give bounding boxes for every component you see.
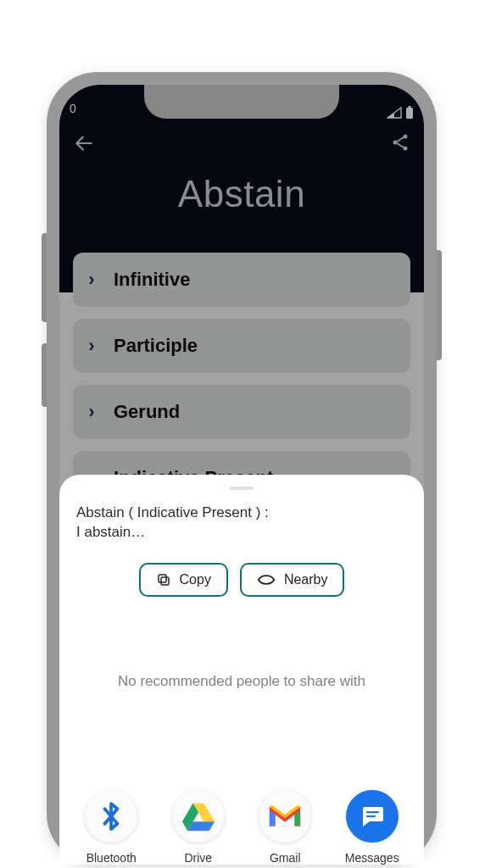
share-target-label: Bluetooth: [86, 851, 137, 865]
share-target-label: Gmail: [270, 851, 301, 865]
sheet-handle[interactable]: [230, 487, 254, 490]
share-preview-title: Abstain ( Indicative Present ) :: [76, 504, 407, 523]
drive-icon: [181, 801, 215, 832]
svg-rect-11: [366, 815, 376, 817]
notch: [144, 85, 339, 119]
nearby-label: Nearby: [284, 572, 328, 587]
screen: 0 Abstain ›: [59, 85, 424, 865]
phone-side-button: [42, 343, 47, 407]
copy-button[interactable]: Copy: [139, 563, 228, 597]
svg-rect-5: [161, 577, 169, 585]
share-preview: Abstain ( Indicative Present ) : I absta…: [76, 504, 407, 542]
svg-rect-6: [159, 575, 166, 582]
share-target-drive[interactable]: Drive: [160, 790, 237, 865]
phone-side-button: [437, 250, 442, 360]
share-preview-body: I abstain…: [76, 523, 407, 542]
bluetooth-icon: [98, 799, 124, 833]
share-target-label: Drive: [184, 851, 212, 865]
no-recommended-text: No recommended people to share with: [76, 673, 407, 690]
gmail-icon: [267, 803, 303, 830]
share-targets-row: Bluetooth Drive Gmail: [59, 790, 424, 865]
share-target-messages[interactable]: Messages: [334, 790, 410, 865]
phone-side-button: [42, 233, 47, 322]
copy-icon: [156, 572, 171, 587]
app-icon-circle: [259, 790, 311, 843]
copy-label: Copy: [180, 572, 211, 587]
share-target-label: Messages: [345, 851, 399, 865]
share-target-bluetooth[interactable]: Bluetooth: [73, 790, 149, 865]
nearby-icon: [257, 573, 276, 587]
app-icon-circle: [346, 790, 399, 843]
phone-frame: 0 Abstain ›: [47, 72, 437, 865]
nearby-button[interactable]: Nearby: [240, 563, 345, 597]
svg-rect-10: [366, 811, 379, 813]
messages-icon: [359, 803, 386, 830]
share-sheet: Abstain ( Indicative Present ) : I absta…: [59, 475, 424, 865]
app-icon-circle: [85, 790, 137, 843]
share-action-row: Copy Nearby: [76, 563, 407, 597]
share-target-gmail[interactable]: Gmail: [247, 790, 323, 865]
app-icon-circle: [172, 790, 225, 843]
